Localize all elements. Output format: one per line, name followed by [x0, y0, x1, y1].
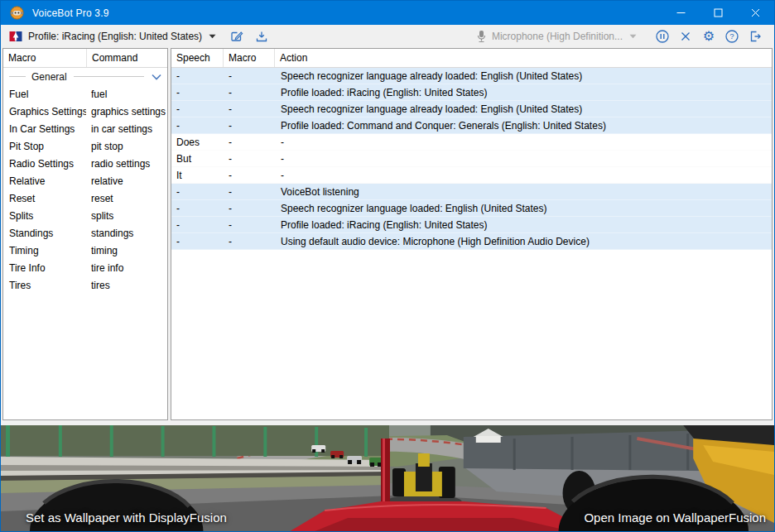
log-row[interactable]: --Speech recognizer language already loa…: [171, 68, 772, 84]
log-row[interactable]: --Speech recognizer language loaded: Eng…: [171, 200, 772, 217]
window-title: VoiceBot Pro 3.9: [32, 7, 662, 19]
action-cell: Speech recognizer language already loade…: [274, 103, 772, 115]
pause-icon: [655, 29, 670, 44]
microphone-selector[interactable]: Microphone (High Definition...: [476, 30, 637, 43]
log-row[interactable]: --VoiceBot listening: [171, 184, 772, 200]
macro-row[interactable]: Standingsstandings: [3, 224, 167, 242]
command-cell: tires: [86, 280, 167, 291]
macro-cell: -: [223, 103, 274, 115]
macro-row[interactable]: Tire Infotire info: [3, 259, 167, 276]
command-cell: pit stop: [86, 141, 167, 152]
macro-name-cell: Tires: [3, 280, 86, 291]
macro-column-header[interactable]: Macro: [223, 49, 274, 67]
action-cell: Profile loaded: Command and Conquer: Gen…: [274, 120, 772, 132]
macro-column-header[interactable]: Macro: [3, 49, 86, 67]
log-rows: --Speech recognizer language already loa…: [171, 68, 772, 250]
profile-dropdown-arrow-icon: [209, 34, 216, 39]
action-cell: -: [274, 153, 772, 165]
macro-row[interactable]: In Car Settingsin car settings: [3, 120, 167, 137]
profile-selector[interactable]: Profile: iRacing (English: United States…: [9, 30, 216, 43]
speech-cell: -: [171, 120, 223, 132]
distant-car-white: [311, 445, 325, 453]
action-cell: Profile loaded: iRacing (English: United…: [274, 219, 772, 231]
speech-column-header[interactable]: Speech: [171, 49, 223, 67]
macro-cell: -: [223, 236, 274, 247]
action-cell: VoiceBot listening: [274, 186, 772, 198]
macro-name-cell: Radio Settings: [3, 158, 86, 170]
speech-cell: -: [171, 87, 223, 98]
log-row[interactable]: --Profile loaded: iRacing (English: Unit…: [171, 217, 772, 233]
help-button[interactable]: ?: [721, 26, 743, 46]
log-row[interactable]: --Using default audio device: Microphone…: [171, 233, 772, 250]
macro-row[interactable]: Resetreset: [3, 189, 167, 207]
main-content: Macro Command General FuelfuelGraphics S…: [1, 48, 774, 420]
log-row[interactable]: --Profile loaded: iRacing (English: Unit…: [171, 84, 772, 101]
command-cell: graphics settings: [86, 106, 167, 117]
set-wallpaper-button[interactable]: Set as Wallpaper with DisplayFusion: [26, 510, 227, 525]
macro-row[interactable]: Fuelfuel: [3, 85, 167, 103]
speech-cell: -: [171, 186, 223, 198]
macro-cell: -: [223, 120, 274, 132]
exit-icon: [748, 29, 763, 44]
macro-name-cell: Relative: [3, 175, 86, 187]
download-icon: [254, 29, 269, 44]
log-row[interactable]: But--: [171, 151, 772, 167]
speech-cell: -: [171, 236, 223, 247]
log-row[interactable]: Does--: [171, 134, 772, 151]
titlebar: VoiceBot Pro 3.9: [1, 1, 774, 25]
action-cell: Speech recognizer language already loade…: [274, 70, 772, 82]
command-cell: fuel: [86, 89, 167, 100]
microphone-label: Microphone (High Definition...: [492, 31, 623, 42]
distant-car-green: [369, 458, 382, 467]
settings-button[interactable]: ⚙: [698, 26, 720, 46]
speech-cell: -: [171, 103, 223, 115]
macro-row[interactable]: Splitssplits: [3, 207, 167, 224]
macro-row[interactable]: Radio Settingsradio settings: [3, 155, 167, 172]
open-wallpaperfusion-button[interactable]: Open Image on WallpaperFusion: [584, 510, 766, 525]
iracing-logo-icon: [9, 30, 22, 43]
import-profile-button[interactable]: [251, 26, 272, 46]
macro-name-cell: Standings: [3, 228, 86, 239]
maximize-icon: [714, 8, 723, 17]
macro-cell: -: [223, 137, 274, 148]
action-cell: -: [274, 137, 772, 148]
distant-car-silver: [347, 456, 362, 464]
macro-row[interactable]: Timingtiming: [3, 242, 167, 259]
edit-profile-button[interactable]: [226, 26, 248, 46]
toolbar: Profile: iRacing (English: United States…: [1, 25, 774, 48]
macro-group-general[interactable]: General: [3, 68, 167, 85]
macro-name-cell: In Car Settings: [3, 123, 86, 135]
command-cell: standings: [86, 228, 167, 239]
action-cell: Using default audio device: Microphone (…: [274, 236, 772, 247]
maximize-button[interactable]: [700, 1, 737, 25]
pause-listening-button[interactable]: [652, 26, 673, 46]
svg-text:?: ?: [729, 31, 734, 41]
log-row[interactable]: It--: [171, 167, 772, 184]
command-cell: tire info: [86, 262, 167, 274]
app-window: VoiceBot Pro 3.9 Profile: iRacing (Engli…: [0, 0, 775, 532]
exit-button[interactable]: [744, 26, 766, 46]
action-column-header[interactable]: Action: [274, 49, 772, 67]
macro-row[interactable]: Tirestires: [3, 276, 167, 294]
group-divider-line: [74, 76, 144, 77]
command-cell: splits: [86, 210, 167, 222]
minimize-button[interactable]: [662, 1, 700, 25]
distant-car-red: [330, 451, 344, 458]
command-cell: relative: [86, 175, 167, 187]
speech-cell: -: [171, 70, 223, 82]
log-row[interactable]: --Speech recognizer language already loa…: [171, 101, 772, 117]
action-cell: Speech recognizer language loaded: Engli…: [274, 203, 772, 214]
macro-name-cell: Tire Info: [3, 262, 86, 274]
macro-cell: -: [223, 219, 274, 231]
speech-cell: It: [171, 170, 223, 181]
macro-name-cell: Timing: [3, 245, 86, 256]
command-column-header[interactable]: Command: [86, 49, 167, 67]
macro-row[interactable]: Graphics Settingsgraphics settings: [3, 103, 167, 120]
log-table-header: Speech Macro Action: [171, 49, 772, 68]
close-button[interactable]: [737, 1, 774, 25]
macro-row[interactable]: Relativerelative: [3, 172, 167, 189]
log-row[interactable]: --Profile loaded: Command and Conquer: G…: [171, 117, 772, 134]
stop-listening-button[interactable]: [675, 26, 696, 46]
macro-row[interactable]: Pit Stoppit stop: [3, 137, 167, 155]
macro-name-cell: Graphics Settings: [3, 106, 86, 117]
